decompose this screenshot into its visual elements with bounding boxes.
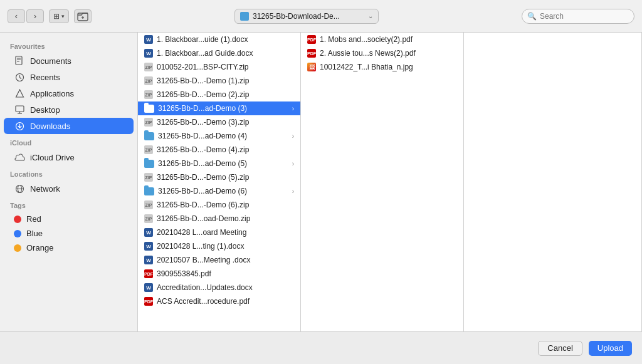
preview-column bbox=[464, 33, 642, 331]
file-name: 31265-Bb-D...ad-Demo (6) bbox=[158, 187, 288, 195]
sidebar-item-recents[interactable]: Recents bbox=[4, 69, 134, 85]
file-name: 1. Mobs and...society(2).pdf bbox=[320, 35, 457, 44]
file-name: 10012422_T...i Bhatia_n.jpg bbox=[320, 63, 457, 71]
sidebar-item-tag-orange[interactable]: Orange bbox=[4, 241, 134, 255]
sidebar-tag-label: Blue bbox=[26, 229, 43, 238]
file-item[interactable]: ZIP31265-Bb-D...-Demo (4).zip bbox=[138, 143, 300, 157]
word-icon: W bbox=[144, 283, 153, 292]
folder-icon bbox=[144, 160, 154, 168]
zip-icon: ZIP bbox=[144, 118, 153, 127]
icloud-drive-icon bbox=[14, 152, 25, 163]
file-item[interactable]: PDF1. Mobs and...society(2).pdf bbox=[301, 33, 463, 46]
file-item[interactable]: ZIP31265-Bb-D...-Demo (5).zip bbox=[138, 170, 300, 184]
zip-icon: ZIP bbox=[144, 63, 153, 71]
documents-icon bbox=[14, 55, 25, 66]
file-item[interactable]: 31265-Bb-D...ad-Demo (6)› bbox=[138, 184, 300, 198]
word-icon: W bbox=[144, 49, 153, 58]
zip-icon: ZIP bbox=[144, 145, 153, 154]
sidebar-item-label: Recents bbox=[30, 73, 60, 82]
sidebar-item-label: Downloads bbox=[30, 122, 70, 131]
location-bar[interactable]: 31265-Bb-Download-De... ⌄ bbox=[234, 9, 379, 24]
file-name: 31265-Bb-D...ad-Demo (4) bbox=[158, 132, 288, 140]
file-name: 20210507 B...Meeting .docx bbox=[157, 256, 294, 264]
new-folder-button[interactable] bbox=[74, 9, 92, 23]
pdf-icon: PDF bbox=[144, 269, 153, 278]
sidebar-item-applications[interactable]: Applications bbox=[4, 85, 134, 101]
expand-arrow-icon: › bbox=[292, 133, 294, 140]
expand-arrow-icon: › bbox=[292, 160, 294, 167]
back-button[interactable]: ‹ bbox=[8, 9, 25, 23]
file-item[interactable]: 31265-Bb-D...ad-Demo (3)› bbox=[138, 101, 300, 115]
icloud-section-label: iCloud bbox=[0, 134, 137, 149]
file-name: 3909553845.pdf bbox=[157, 269, 294, 278]
file-name: 010052-201...BSP-CITY.zip bbox=[157, 63, 294, 71]
location-chevron-icon: ⌄ bbox=[368, 13, 373, 19]
file-item[interactable]: 🖼10012422_T...i Bhatia_n.jpg bbox=[301, 60, 463, 74]
search-input[interactable] bbox=[540, 12, 629, 21]
file-name: 31265-Bb-D...ad-Demo (3) bbox=[158, 104, 288, 113]
file-item[interactable]: W1. Blackboar...uide (1).docx bbox=[138, 33, 300, 46]
word-icon: W bbox=[144, 35, 153, 44]
upload-button[interactable]: Upload bbox=[589, 341, 632, 356]
pdf-icon: PDF bbox=[144, 297, 153, 306]
file-item[interactable]: ZIP31265-Bb-D...oad-Demo.zip bbox=[138, 212, 300, 226]
network-icon bbox=[14, 183, 25, 194]
file-name: 1. Blackboar...uide (1).docx bbox=[157, 35, 294, 44]
folder-icon bbox=[144, 105, 154, 113]
sidebar-item-downloads[interactable]: Downloads bbox=[4, 118, 134, 134]
toolbar: ‹ › ⊞▾ 31265-Bb-Download-De... ⌄ 🔍 bbox=[0, 0, 642, 33]
recents-icon bbox=[14, 71, 25, 83]
word-icon: W bbox=[144, 242, 153, 251]
word-icon: W bbox=[144, 228, 153, 237]
search-icon: 🔍 bbox=[527, 12, 537, 21]
location-folder-icon bbox=[240, 12, 249, 21]
sidebar-tag-label: Orange bbox=[26, 243, 53, 252]
file-name: 2. Aussie tou...s News(2).pdf bbox=[320, 49, 457, 58]
file-item[interactable]: ZIP31265-Bb-D...-Demo (2).zip bbox=[138, 88, 300, 101]
file-name: 31265-Bb-D...-Demo (5).zip bbox=[157, 173, 294, 182]
file-panels: W1. Blackboar...uide (1).docxW1. Blackbo… bbox=[138, 33, 642, 331]
sidebar-item-tag-blue[interactable]: Blue bbox=[4, 226, 134, 241]
file-item[interactable]: 31265-Bb-D...ad-Demo (5)› bbox=[138, 157, 300, 170]
forward-button[interactable]: › bbox=[26, 9, 44, 23]
file-item[interactable]: W20210507 B...Meeting .docx bbox=[138, 253, 300, 267]
pdf-icon: PDF bbox=[307, 49, 316, 58]
file-item[interactable]: W20210428 L...oard Meeting bbox=[138, 226, 300, 239]
file-item[interactable]: ZIP31265-Bb-D...-Demo (3).zip bbox=[138, 115, 300, 129]
sidebar-item-network[interactable]: Network bbox=[4, 180, 134, 197]
sidebar-item-tag-red[interactable]: Red bbox=[4, 212, 134, 226]
file-name: 31265-Bb-D...-Demo (2).zip bbox=[157, 90, 294, 99]
file-name: 1. Blackboar...ad Guide.docx bbox=[157, 49, 294, 58]
file-item[interactable]: PDFACS Accredit...rocedure.pdf bbox=[138, 294, 300, 308]
folder-icon bbox=[144, 187, 154, 195]
sidebar: Favourites Documents bbox=[0, 33, 138, 331]
img-icon: 🖼 bbox=[307, 63, 316, 71]
file-item[interactable]: ZIP31265-Bb-D...-Demo (6).zip bbox=[138, 198, 300, 212]
sidebar-item-desktop[interactable]: Desktop bbox=[4, 101, 134, 118]
pdf-icon: PDF bbox=[307, 35, 316, 44]
favourites-section-label: Favourites bbox=[0, 38, 137, 53]
tags-section-label: Tags bbox=[0, 197, 137, 212]
word-icon: W bbox=[144, 256, 153, 264]
file-item[interactable]: ZIP010052-201...BSP-CITY.zip bbox=[138, 60, 300, 74]
bottom-bar: Cancel Upload bbox=[0, 331, 642, 364]
file-item[interactable]: ZIP31265-Bb-D...-Demo (1).zip bbox=[138, 74, 300, 88]
zip-icon: ZIP bbox=[144, 214, 153, 223]
sidebar-item-label: Documents bbox=[30, 56, 71, 66]
locations-section-label: Locations bbox=[0, 165, 137, 180]
file-item[interactable]: PDF3909553845.pdf bbox=[138, 267, 300, 281]
search-box[interactable]: 🔍 bbox=[522, 9, 634, 24]
cancel-button[interactable]: Cancel bbox=[538, 341, 582, 356]
file-name: ACS Accredit...rocedure.pdf bbox=[157, 297, 294, 306]
location-text: 31265-Bb-Download-De... bbox=[253, 12, 364, 21]
file-item[interactable]: W20210428 L...ting (1).docx bbox=[138, 239, 300, 253]
sidebar-item-icloud-drive[interactable]: iCloud Drive bbox=[4, 149, 134, 165]
sidebar-item-documents[interactable]: Documents bbox=[4, 53, 134, 69]
applications-icon bbox=[14, 88, 25, 99]
view-toggle-button[interactable]: ⊞▾ bbox=[49, 9, 69, 23]
file-item[interactable]: PDF2. Aussie tou...s News(2).pdf bbox=[301, 46, 463, 60]
file-item[interactable]: WAccreditation...Updates.docx bbox=[138, 281, 300, 294]
file-item[interactable]: W1. Blackboar...ad Guide.docx bbox=[138, 46, 300, 60]
expand-arrow-icon: › bbox=[292, 188, 294, 195]
file-item[interactable]: 31265-Bb-D...ad-Demo (4)› bbox=[138, 129, 300, 143]
